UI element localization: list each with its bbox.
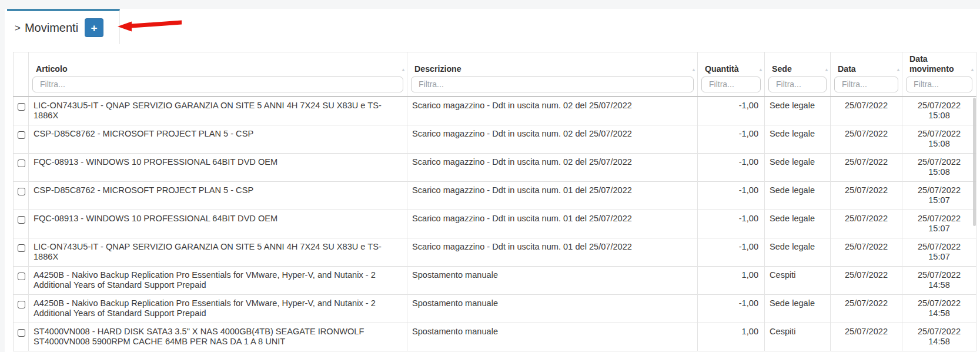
descrizione-cell: Scarico magazzino - Ddt in uscita num. 0… bbox=[407, 97, 698, 125]
sede-cell: Cespiti bbox=[765, 266, 831, 294]
tab-movimenti[interactable]: > Movimenti + bbox=[7, 9, 120, 44]
row-checkbox[interactable] bbox=[18, 216, 25, 224]
row-checkbox[interactable] bbox=[18, 273, 25, 280]
data-cell: 25/07/2022 bbox=[831, 238, 902, 266]
data-cell: 25/07/2022 bbox=[831, 97, 902, 125]
column-label: Quantità bbox=[705, 64, 761, 74]
table-scrollbar-thumb[interactable] bbox=[973, 98, 976, 226]
quantita-cell: -1,00 bbox=[698, 97, 765, 125]
data-movimento-cell: 25/07/2022 15:07 bbox=[902, 181, 976, 210]
data-movimento-date: 25/07/2022 bbox=[907, 157, 971, 168]
sort-caret-icon[interactable]: ▲ bbox=[896, 68, 901, 72]
articolo-cell: FQC-08913 - WINDOWS 10 PROFESSIONAL 64BI… bbox=[29, 210, 407, 238]
table-row: A4250B - Nakivo Backup Replication Pro E… bbox=[14, 294, 976, 323]
row-checkbox[interactable] bbox=[18, 160, 25, 167]
movements-table: Articolo ▲ Descrizione ▲ Quantità ▲ Sede… bbox=[13, 52, 976, 351]
checkbox-cell bbox=[14, 266, 29, 294]
checkbox-cell bbox=[14, 294, 29, 323]
sort-caret-icon[interactable]: ▲ bbox=[970, 68, 975, 72]
filter-input-data-movimento[interactable] bbox=[906, 77, 972, 92]
filter-input-articolo[interactable] bbox=[32, 77, 403, 92]
sede-cell: Sede legale bbox=[765, 294, 831, 323]
sede-cell: Sede legale bbox=[765, 181, 831, 210]
data-movimento-time: 15:07 bbox=[907, 224, 971, 234]
sort-caret-icon[interactable]: ▲ bbox=[691, 68, 696, 72]
descrizione-cell: Scarico magazzino - Ddt in uscita num. 0… bbox=[407, 153, 698, 181]
add-movement-button[interactable]: + bbox=[85, 18, 103, 37]
row-checkbox[interactable] bbox=[18, 103, 25, 111]
checkbox-cell bbox=[14, 323, 29, 351]
quantita-cell: -1,00 bbox=[698, 181, 765, 210]
page-title: Movimenti bbox=[25, 21, 78, 35]
sede-cell: Sede legale bbox=[765, 97, 831, 125]
data-movimento-date: 25/07/2022 bbox=[907, 214, 971, 224]
table-row: LIC-ON743U5-IT - QNAP SERVIZIO GARANZIA … bbox=[14, 238, 976, 266]
row-checkbox[interactable] bbox=[18, 244, 25, 252]
descrizione-cell: Spostamento manuale bbox=[407, 294, 698, 323]
table-row: ST4000VN008 - HARD DISK SATA3 3.5" X NAS… bbox=[14, 323, 976, 351]
row-checkbox[interactable] bbox=[18, 188, 25, 195]
quantita-cell: 1,00 bbox=[698, 323, 765, 351]
data-movimento-date: 25/07/2022 bbox=[907, 129, 971, 140]
quantita-cell: -1,00 bbox=[698, 125, 765, 153]
descrizione-cell: Scarico magazzino - Ddt in uscita num. 0… bbox=[407, 125, 698, 153]
filter-input-quantita[interactable] bbox=[701, 77, 761, 92]
descrizione-cell: Spostamento manuale bbox=[407, 323, 698, 351]
articolo-cell: CSP-D85C8762 - MICROSOFT PROJECT PLAN 5 … bbox=[29, 125, 407, 153]
filter-input-data[interactable] bbox=[834, 77, 898, 92]
sort-caret-icon[interactable]: ▲ bbox=[824, 68, 829, 72]
table-row: CSP-D85C8762 - MICROSOFT PROJECT PLAN 5 … bbox=[14, 125, 976, 153]
descrizione-cell: Spostamento manuale bbox=[407, 266, 698, 294]
table-row: CSP-D85C8762 - MICROSOFT PROJECT PLAN 5 … bbox=[14, 181, 976, 210]
checkbox-cell bbox=[14, 238, 29, 266]
checkbox-cell bbox=[14, 210, 29, 238]
sort-caret-icon[interactable]: ▲ bbox=[758, 68, 763, 72]
data-cell: 25/07/2022 bbox=[831, 181, 902, 210]
articolo-cell: A4250B - Nakivo Backup Replication Pro E… bbox=[29, 294, 407, 323]
column-header-data-movimento: Data movimento ▲ bbox=[902, 52, 976, 97]
column-header-sede: Sede ▲ bbox=[765, 52, 831, 97]
table-row: A4250B - Nakivo Backup Replication Pro E… bbox=[14, 266, 976, 294]
column-header-quantita: Quantità ▲ bbox=[698, 52, 765, 97]
row-checkbox[interactable] bbox=[18, 329, 25, 337]
column-header-descrizione: Descrizione ▲ bbox=[407, 52, 698, 97]
data-movimento-cell: 25/07/2022 15:08 bbox=[902, 153, 976, 181]
data-cell: 25/07/2022 bbox=[831, 153, 902, 181]
data-movimento-time: 14:58 bbox=[907, 308, 971, 319]
data-cell: 25/07/2022 bbox=[831, 210, 902, 238]
data-cell: 25/07/2022 bbox=[831, 125, 902, 153]
data-movimento-time: 15:08 bbox=[907, 111, 971, 121]
quantita-cell: -1,00 bbox=[698, 210, 765, 238]
row-checkbox[interactable] bbox=[18, 131, 25, 139]
data-movimento-date: 25/07/2022 bbox=[907, 242, 971, 253]
articolo-cell: LIC-ON743U5-IT - QNAP SERVIZIO GARANZIA … bbox=[29, 238, 407, 266]
table-row: LIC-ON743U5-IT - QNAP SERVIZIO GARANZIA … bbox=[14, 97, 976, 125]
data-movimento-cell: 25/07/2022 14:58 bbox=[902, 266, 976, 294]
data-cell: 25/07/2022 bbox=[831, 266, 902, 294]
column-header-data: Data ▲ bbox=[831, 52, 902, 97]
column-label: Articolo bbox=[36, 64, 403, 74]
quantita-cell: -1,00 bbox=[698, 153, 765, 181]
data-movimento-date: 25/07/2022 bbox=[907, 327, 971, 337]
checkbox-cell bbox=[14, 153, 29, 181]
data-movimento-date: 25/07/2022 bbox=[907, 185, 971, 196]
column-label: Sede bbox=[772, 64, 827, 74]
filter-input-descrizione[interactable] bbox=[411, 77, 694, 92]
data-movimento-time: 15:08 bbox=[907, 167, 971, 178]
articolo-cell: FQC-08913 - WINDOWS 10 PROFESSIONAL 64BI… bbox=[29, 153, 407, 181]
filter-input-sede[interactable] bbox=[768, 77, 827, 92]
data-cell: 25/07/2022 bbox=[831, 323, 902, 351]
descrizione-cell: Scarico magazzino - Ddt in uscita num. 0… bbox=[407, 238, 698, 266]
data-movimento-time: 15:08 bbox=[907, 139, 971, 150]
articolo-cell: A4250B - Nakivo Backup Replication Pro E… bbox=[29, 266, 407, 294]
checkbox-cell bbox=[14, 97, 29, 125]
data-movimento-time: 14:58 bbox=[907, 337, 971, 347]
column-label: Data movimento bbox=[909, 54, 972, 74]
table-header-row: Articolo ▲ Descrizione ▲ Quantità ▲ Sede… bbox=[14, 52, 976, 97]
data-movimento-cell: 25/07/2022 15:08 bbox=[902, 97, 976, 125]
table-row: FQC-08913 - WINDOWS 10 PROFESSIONAL 64BI… bbox=[14, 153, 976, 181]
row-checkbox[interactable] bbox=[18, 301, 25, 308]
sede-cell: Sede legale bbox=[765, 238, 831, 266]
data-movimento-cell: 25/07/2022 14:58 bbox=[902, 323, 976, 351]
sort-caret-icon[interactable]: ▲ bbox=[401, 68, 406, 72]
